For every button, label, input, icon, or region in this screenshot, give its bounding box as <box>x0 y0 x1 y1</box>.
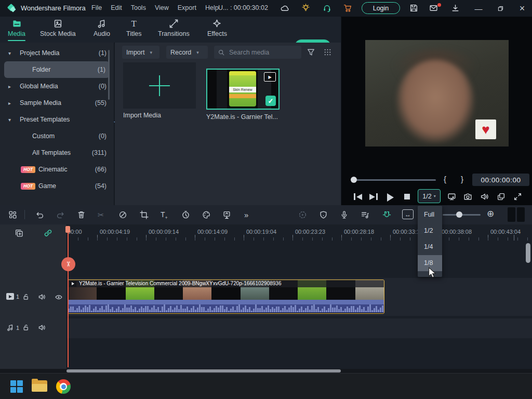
playhead-line[interactable] <box>68 226 69 367</box>
timeline-view-toggle-1[interactable] <box>508 207 515 222</box>
sidebar-item-preset-templates[interactable]: ▾Preset Templates <box>0 111 114 128</box>
scrubber-handle[interactable] <box>351 177 357 183</box>
zoom-to-fit-icon[interactable]: ⊕ <box>487 208 494 219</box>
tab-effects[interactable]: Effects <box>207 19 227 37</box>
add-track-icon[interactable] <box>15 229 23 237</box>
tab-stock-media[interactable]: Stock Media <box>40 19 76 37</box>
sidebar-item-game[interactable]: HOTGame(54) <box>0 178 114 194</box>
download-icon[interactable] <box>451 4 460 13</box>
menu-edit[interactable]: Edit <box>111 4 122 11</box>
close-button[interactable]: × <box>514 0 530 17</box>
link-clips-icon[interactable] <box>44 229 52 237</box>
sidebar-item-folder[interactable]: Folder(1) <box>4 61 110 78</box>
sidebar-scrollbar[interactable] <box>108 50 110 100</box>
tab-media[interactable]: Media <box>8 19 25 41</box>
volume-icon[interactable] <box>480 192 489 202</box>
snapshot-camera-icon[interactable] <box>463 192 473 202</box>
previous-frame-button[interactable] <box>354 193 362 200</box>
duration-clock-icon[interactable] <box>181 210 190 219</box>
preview-quality-dropdown[interactable]: 1/2▾ <box>418 189 441 203</box>
sidebar-item-custom[interactable]: Custom(0) <box>0 128 114 144</box>
import-dropdown[interactable]: Import▾ <box>122 46 159 59</box>
filter-icon[interactable] <box>307 48 315 57</box>
grid-view-icon[interactable] <box>323 48 332 57</box>
tab-transitions[interactable]: Transitions <box>158 19 190 37</box>
support-headset-icon[interactable] <box>323 4 332 13</box>
sidebar-item-global-media[interactable]: ▸Global Media(0) <box>0 78 114 95</box>
mute-audio-track-icon[interactable] <box>38 324 46 331</box>
speed-icon[interactable] <box>118 210 127 219</box>
menu-export[interactable]: Export <box>178 4 196 11</box>
timeline-vertical-scrollbar[interactable] <box>526 243 530 263</box>
delete-icon[interactable] <box>77 210 86 219</box>
file-explorer-icon[interactable] <box>30 377 49 396</box>
expander-icon[interactable]: ▸ <box>8 100 20 106</box>
menu-help[interactable]: Help <box>205 4 219 11</box>
restore-button[interactable] <box>493 0 508 17</box>
playhead-split-icon[interactable] <box>61 257 75 271</box>
mark-in-button[interactable]: { <box>444 175 446 183</box>
add-text-icon[interactable]: T+ <box>161 210 169 219</box>
menu-tools[interactable]: Tools <box>131 4 146 11</box>
mute-track-icon[interactable] <box>38 293 46 301</box>
import-media-tile[interactable] <box>123 62 196 109</box>
expander-icon[interactable]: ▾ <box>8 50 20 56</box>
timeline-view-toggle-2[interactable] <box>517 207 525 222</box>
scrubber-track[interactable] <box>354 179 436 181</box>
playhead-handle[interactable] <box>65 226 70 233</box>
login-button[interactable]: Login <box>362 2 400 14</box>
sidebar-item-project-media[interactable]: ▾Project Media(1) <box>0 45 114 61</box>
timeline-ruler[interactable]: 00:0000:00:04:1900:00:09:1400:00:14:0900… <box>66 226 532 242</box>
audio-mixer-icon[interactable] <box>361 210 369 219</box>
audio-track-lane[interactable] <box>0 318 532 338</box>
hide-track-eye-icon[interactable] <box>55 293 63 301</box>
mark-out-button[interactable]: } <box>461 175 463 183</box>
snap-magnet-icon[interactable] <box>382 210 391 219</box>
color-palette-icon[interactable] <box>202 210 211 219</box>
expander-icon[interactable]: ▸ <box>8 84 20 89</box>
idea-icon[interactable] <box>301 4 311 13</box>
redo-icon[interactable] <box>56 210 65 219</box>
lock-track-icon[interactable] <box>22 293 30 301</box>
tab-titles[interactable]: T Titles <box>126 19 141 37</box>
quality-option-1-4[interactable]: 1/4 <box>418 239 442 255</box>
stop-button[interactable] <box>404 194 410 200</box>
split-scissors-icon[interactable]: ✂ <box>98 210 107 219</box>
more-tools-chevron[interactable]: » <box>244 210 253 219</box>
chrome-icon[interactable] <box>54 377 73 396</box>
search-input[interactable] <box>228 48 292 57</box>
timeline-horizontal-scrollbar[interactable] <box>0 369 532 373</box>
cloud-icon[interactable] <box>280 4 289 13</box>
record-dropdown[interactable]: Record▾ <box>166 46 208 59</box>
quality-option-1-2[interactable]: 1/2 <box>418 223 442 239</box>
sidebar-item-sample-media[interactable]: ▸Sample Media(55) <box>0 95 114 111</box>
minimize-button[interactable]: — <box>471 0 486 17</box>
fullscreen-icon[interactable] <box>513 192 523 202</box>
mirror-screens-icon[interactable] <box>497 192 506 202</box>
render-preview-icon[interactable] <box>298 210 307 219</box>
video-preview[interactable] <box>365 40 509 147</box>
expander-icon[interactable]: ▾ <box>8 117 20 123</box>
marker-shield-icon[interactable] <box>319 210 328 219</box>
menu-file[interactable]: File <box>91 4 102 11</box>
menu-view[interactable]: View <box>155 4 169 11</box>
undo-icon[interactable] <box>35 210 44 219</box>
clip-thumbnail-tile[interactable]: Skin Renew ▶ <box>206 69 280 110</box>
cart-icon[interactable] <box>343 4 353 13</box>
workspace-layout-icon[interactable] <box>8 210 17 219</box>
save-icon[interactable] <box>409 4 419 13</box>
quality-option-full[interactable]: Full <box>418 207 442 223</box>
tab-audio[interactable]: Audio <box>94 19 110 37</box>
display-device-icon[interactable] <box>447 192 457 202</box>
crop-icon[interactable] <box>140 210 149 219</box>
next-frame-button[interactable] <box>369 193 378 200</box>
motion-tracking-icon[interactable] <box>222 210 231 219</box>
sidebar-item-all-templates[interactable]: All Templates(311) <box>0 144 114 161</box>
sidebar-item-cinematic[interactable]: HOTCinematic(66) <box>0 161 114 178</box>
timeline-clip[interactable]: Y2Mate.is - Garnier Television Commercia… <box>68 280 384 314</box>
play-button[interactable] <box>387 193 394 202</box>
auto-ripple-icon[interactable]: ↔ <box>402 209 414 219</box>
timeline-zoom-handle[interactable] <box>456 211 462 218</box>
lock-audio-track-icon[interactable] <box>22 324 30 331</box>
start-button[interactable] <box>7 377 26 396</box>
